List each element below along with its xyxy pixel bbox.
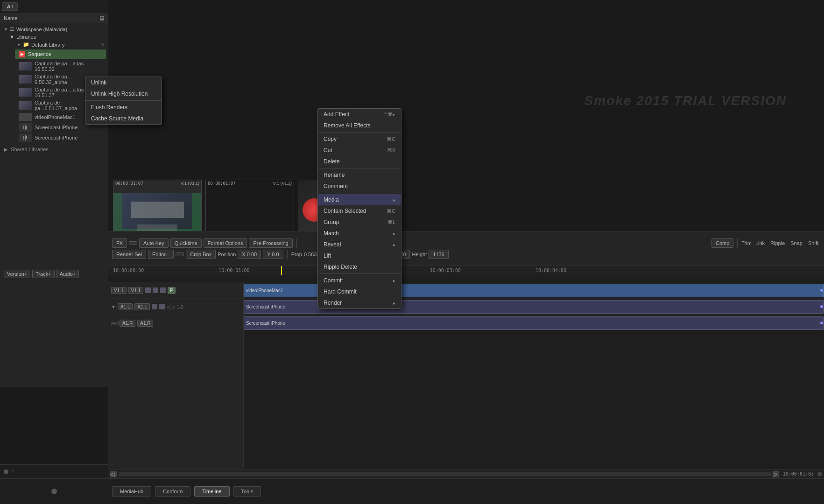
timeline-scrollbar[interactable] — [119, 472, 771, 476]
version-plus-button[interactable]: Version+ — [4, 270, 30, 278]
ctx-hard-commit[interactable]: Hard Commit — [318, 286, 401, 297]
a1l-btn2[interactable]: A1.L — [134, 303, 150, 310]
ripple-label[interactable]: Ripple — [770, 240, 785, 246]
prop-label: Prop — [291, 252, 302, 257]
ctx-contain-selected[interactable]: Contain Selected ⌘C — [318, 205, 401, 217]
media-thumb-5 — [19, 123, 32, 132]
sep2 — [737, 238, 738, 248]
ctx-comment[interactable]: Comment — [318, 181, 401, 192]
format-options-button[interactable]: Format Options — [204, 238, 247, 248]
render-sel-button[interactable]: Render Sel — [112, 250, 146, 259]
trim-label[interactable]: Trim — [741, 240, 752, 246]
media-name-0: Captura de pa... a las 16.50.32 — [35, 61, 102, 72]
audio-r-clip[interactable]: Screencast iPhone — [244, 316, 824, 330]
sub-flush-renders[interactable]: Flush Renders — [85, 102, 162, 113]
ctx-lift[interactable]: Lift — [318, 250, 401, 261]
ctx-copy[interactable]: Copy ⌘C — [318, 133, 401, 145]
v1-1-btn[interactable]: V1.1 — [111, 287, 127, 294]
watermark: Smoke 2015 TRIAL VERSION — [585, 93, 787, 108]
ctx-comment-label: Comment — [324, 183, 348, 189]
audio-r-track-label: ◎◎ A1.R A1.R — [108, 315, 243, 331]
ctx-ripple-delete[interactable]: Ripple Delete — [318, 261, 401, 273]
conform-tab[interactable]: Conform — [155, 486, 190, 497]
panel-header: Name ▤ — [0, 13, 108, 23]
thumb2-label-top: V:1 (V1.1) — [273, 181, 292, 186]
ctx-remove-effects[interactable]: Remove All Effects — [318, 120, 401, 131]
ctx-render[interactable]: Render ▸ — [318, 297, 401, 308]
ctx-ripple-delete-label: Ripple Delete — [324, 264, 357, 270]
a1r-btn[interactable]: A1.R — [120, 320, 135, 327]
ctx-match[interactable]: Match ▸ — [318, 228, 401, 239]
audio-nav[interactable]: ◁ ▷ 1-2 — [167, 304, 183, 309]
timeline-tracks: V1.1 V1.1 P ▼ A1.L A1.L ◁ ▷ 1-2 ◎◎ A1.R … — [108, 282, 824, 478]
default-library-item[interactable]: ▼ 📁 Default Library ⊙ — [13, 41, 108, 49]
crop-box-button[interactable]: Crop Box — [186, 250, 216, 259]
quicktime-button[interactable]: Quicktime — [170, 238, 202, 248]
link-label[interactable]: Link — [755, 240, 765, 246]
media-hub-tab[interactable]: MediaHub — [112, 486, 151, 497]
clip-dot-right-ar — [820, 322, 823, 324]
audio-l-icon2[interactable] — [159, 304, 165, 309]
comp-button[interactable]: Comp — [711, 238, 733, 248]
ctx-add-effect[interactable]: Add Effect ⌃⌘▸ — [318, 109, 401, 120]
media-item-6[interactable]: Screencast iPhone — [13, 133, 108, 143]
ctx-media[interactable]: Media ▸ — [318, 194, 401, 205]
ctx-cut[interactable]: Cut ⌘X — [318, 145, 401, 156]
tab-all[interactable]: All — [2, 2, 18, 11]
unknown-btn[interactable] — [129, 241, 137, 245]
v1-1-btn2[interactable]: V1.1 — [128, 287, 144, 294]
media-item-0[interactable]: Captura de pa... a las 16.50.32 — [13, 60, 108, 73]
playhead — [281, 266, 282, 275]
timeline-tab[interactable]: Timeline — [194, 486, 229, 497]
thumb1-label-top: V:1 (V1.1) — [181, 181, 199, 186]
sub-unlink-high-res-label: Unlink High Resolution — [91, 91, 148, 97]
ctx-reveal-label: Reveal — [324, 241, 341, 248]
sequence-item[interactable]: ▶ Sequence — [15, 49, 106, 59]
audio-l-track-label: ▼ A1.L A1.L ◁ ▷ 1-2 — [108, 299, 243, 315]
editor-button[interactable]: Editor... — [148, 250, 174, 259]
library-indicator: ⊙ — [100, 42, 104, 47]
y-val-input[interactable]: Y 0.0 — [263, 250, 283, 259]
ctx-sep4 — [318, 273, 401, 274]
auto-key-button[interactable]: Auto Key — [139, 238, 169, 248]
panel-btn: ▤ — [99, 15, 104, 21]
sub-unlink-high-res[interactable]: Unlink High Resolution — [85, 88, 162, 99]
ctx-group[interactable]: Group ⌘L — [318, 217, 401, 228]
ctx-delete-label: Delete — [324, 158, 340, 165]
track-plus-button[interactable]: Track+ — [32, 270, 55, 278]
ctx-delete[interactable]: Delete — [318, 156, 401, 167]
a1l-btn[interactable]: A1.L — [118, 303, 133, 310]
track-eye-icon[interactable] — [145, 287, 151, 293]
pre-processing-button[interactable]: Pre-Processing — [249, 238, 292, 248]
ctx-commit[interactable]: Commit ▸ — [318, 275, 401, 286]
height-input[interactable]: 1136 — [429, 250, 448, 259]
track-lock-icon[interactable] — [153, 287, 158, 293]
sub-cache-source-media[interactable]: Cache Source Media — [85, 113, 162, 124]
ctx-match-label: Match — [324, 230, 339, 237]
context-menu: Add Effect ⌃⌘▸ Remove All Effects Copy ⌘… — [317, 108, 401, 309]
shift-label[interactable]: Shift — [808, 240, 818, 246]
ctx-reveal[interactable]: Reveal ▸ — [318, 239, 401, 250]
preset-btn[interactable] — [176, 252, 184, 256]
fx-button[interactable]: FX — [112, 238, 127, 248]
track-p-button[interactable]: P — [168, 287, 176, 294]
sep3 — [287, 250, 288, 259]
audio-l-icon1[interactable] — [152, 304, 157, 309]
scroll-left-btn[interactable]: ◁ — [110, 471, 117, 477]
ctx-match-arrow: ▸ — [393, 231, 395, 236]
tools-tab[interactable]: Tools — [233, 486, 261, 497]
sub-unlink[interactable]: Unlink — [85, 77, 162, 88]
ctx-media-arrow: ▸ — [393, 197, 395, 203]
workspace-item[interactable]: ▼ ☰ Workspace (Malavida) — [0, 25, 108, 33]
snap-label[interactable]: Snap — [790, 240, 803, 246]
version-number: 2 — [11, 469, 14, 474]
a1r-btn2[interactable]: A1.R — [137, 320, 153, 327]
x-val-input[interactable]: X 0.00 — [238, 250, 261, 259]
audio-plus-button[interactable]: Audio+ — [56, 270, 79, 278]
track-mute-icon[interactable] — [160, 287, 166, 293]
shared-libraries[interactable]: ▶ Shared Libraries — [0, 145, 108, 154]
version-controls: Version+ Track+ Audio+ — [0, 266, 108, 282]
ctx-rename[interactable]: Rename — [318, 169, 401, 181]
audio-r-track-lane[interactable]: Screencast iPhone — [244, 315, 824, 331]
scroll-right-btn[interactable]: ▷ — [773, 471, 779, 477]
